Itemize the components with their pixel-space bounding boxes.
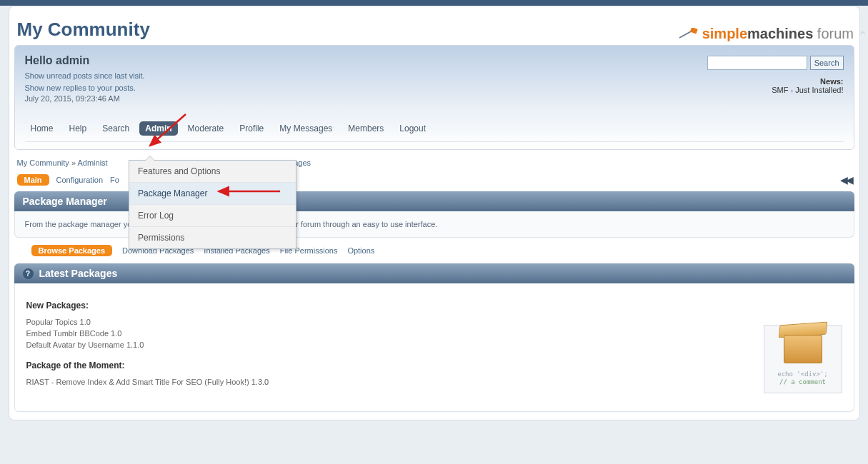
current-time: July 20, 2015, 09:23:46 AM [25,94,844,103]
new-packages-heading: New Packages: [26,301,842,311]
main-nav: Home Help Search Admin Moderate Profile … [25,121,844,142]
svg-rect-1 [690,28,698,34]
search-button[interactable]: Search [810,56,844,70]
nav-messages[interactable]: My Messages [274,121,338,136]
news-label: News: [772,77,843,86]
smf-logo: simplemachines forum [678,26,854,42]
dd-features-options[interactable]: Features and Options [129,161,296,183]
box-icon [784,332,822,365]
rewind-icon[interactable]: ◀◀ [840,174,852,186]
dd-permissions[interactable]: Permissions [129,227,296,248]
nav-logout[interactable]: Logout [394,121,431,136]
nav-search[interactable]: Search [96,121,135,136]
tab-options[interactable]: Options [347,246,374,255]
new-package-item[interactable]: Default Avatar by Username 1.1.0 [26,341,842,349]
nav-profile[interactable]: Profile [234,121,269,136]
tab-browse-packages[interactable]: Browse Packages [31,245,113,256]
package-thumbnail[interactable]: echo '<div>';// a comment [764,325,842,393]
search-form: Search [707,56,843,70]
collapse-chevron-icon[interactable]: ⌃ [857,29,868,44]
user-header-panel: Hello admin Show unread posts since last… [14,45,854,150]
moment-heading: Package of the Moment: [26,360,842,370]
moment-package-item[interactable]: RIAST - Remove Index & Add Smart Title F… [26,378,842,386]
search-input[interactable] [707,56,807,70]
crumb-admin[interactable]: Administ [77,158,107,167]
news-block: News: SMF - Just Installed! [772,77,843,94]
admin-dropdown: Features and Options Package Manager Err… [129,160,296,249]
latest-packages-heading: ? Latest Packages [14,263,854,283]
nav-members[interactable]: Members [342,121,389,136]
nav-moderate[interactable]: Moderate [182,121,230,136]
dropdown-pointer-icon [145,156,155,161]
tab-forum-truncated[interactable]: Fo [110,176,119,184]
tab-configuration[interactable]: Configuration [56,176,103,184]
nav-admin[interactable]: Admin [139,121,177,136]
new-package-item[interactable]: Embed Tumblr BBCode 1.0 [26,329,842,338]
unread-posts-link[interactable]: Show unread posts since last visit. [25,71,145,80]
smf-hammer-icon [678,28,698,41]
latest-packages-panel: New Packages: Popular Topics 1.0 Embed T… [14,283,854,412]
tab-main[interactable]: Main [17,174,49,186]
nav-home[interactable]: Home [25,121,59,136]
news-text: SMF - Just Installed! [772,86,843,94]
top-accent-bar [0,0,868,6]
new-package-item[interactable]: Popular Topics 1.0 [26,318,842,326]
nav-help[interactable]: Help [64,121,93,136]
dd-error-log[interactable]: Error Log [129,205,296,227]
new-replies-link[interactable]: Show new replies to your posts. [25,84,136,92]
help-icon[interactable]: ? [23,268,34,279]
thumb-code: echo '<div>';// a comment [777,370,827,386]
dd-package-manager[interactable]: Package Manager [129,183,296,205]
crumb-community[interactable]: My Community [17,158,69,167]
